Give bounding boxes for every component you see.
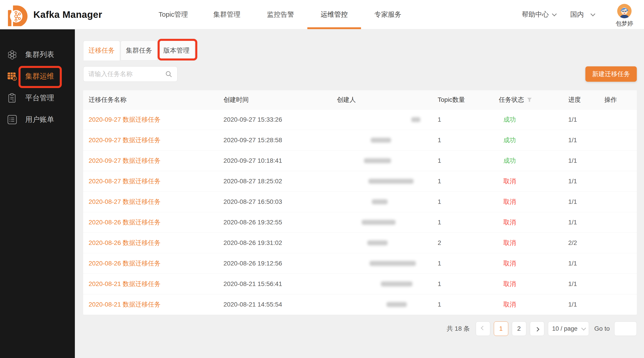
col-task-status-label: 任务状态 [499, 96, 524, 104]
col-task-name: 迁移任务名称 [83, 90, 218, 109]
region-selector[interactable]: 国内 [570, 10, 594, 19]
creator-cell [332, 150, 432, 171]
topbar-right: 帮助中心 国内 [522, 2, 633, 28]
task-search-box[interactable] [83, 66, 178, 82]
redacted-creator [372, 199, 388, 204]
redacted-creator [371, 138, 391, 143]
task-name-link[interactable]: 2020-08-26 数据迁移任务 [88, 219, 160, 226]
created-time-cell: 2020-08-26 19:31:02 [218, 232, 332, 253]
table-row: 2020-08-27 数据迁移任务 2020-08-27 16:50:03 1 … [83, 191, 637, 212]
operations-cell [599, 171, 637, 191]
status-badge: 成功 [503, 116, 516, 123]
tab-cluster-tasks[interactable]: 集群任务 [121, 41, 158, 61]
operations-cell [599, 232, 637, 253]
created-time-cell: 2020-09-27 15:28:58 [218, 130, 332, 150]
task-name-link[interactable]: 2020-08-21 数据迁移任务 [88, 301, 160, 308]
creator-cell [332, 212, 432, 232]
pagination: 共 18 条 1 2 10 / page Go to [83, 321, 637, 336]
status-cell: 取消 [493, 171, 563, 191]
redacted-creator [411, 117, 420, 122]
operations-cell [599, 253, 637, 274]
task-name-link[interactable]: 2020-09-27 数据迁移任务 [88, 157, 160, 164]
clipboard-icon [7, 93, 17, 103]
table-row: 2020-09-27 数据迁移任务 2020-09-27 15:33:26 1 … [83, 109, 637, 130]
topic-count-cell: 1 [432, 191, 493, 212]
next-page-button[interactable] [530, 321, 544, 336]
svg-text:$: $ [14, 77, 15, 80]
table-row: 2020-09-27 数据迁移任务 2020-09-27 15:28:58 1 … [83, 130, 637, 150]
topic-count-cell: 1 [432, 294, 493, 315]
created-time-cell: 2020-08-26 19:12:56 [218, 253, 332, 274]
operations-cell [599, 191, 637, 212]
redacted-creator [368, 179, 414, 184]
task-name-link[interactable]: 2020-08-27 数据迁移任务 [88, 178, 160, 185]
table-header: 迁移任务名称 创建时间 创建人 Topic数量 任务状态 [83, 90, 637, 109]
tab-version-management[interactable]: 版本管理 [158, 41, 195, 61]
col-topic-count: Topic数量 [432, 90, 493, 109]
chevron-down-icon [581, 326, 586, 330]
progress-cell: 1/1 [563, 253, 599, 274]
task-name-link[interactable]: 2020-08-26 数据迁移任务 [88, 260, 160, 267]
progress-cell: 1/1 [563, 212, 599, 232]
nav-expert-service[interactable]: 专家服务 [361, 0, 415, 29]
topic-count-cell: 2 [432, 232, 493, 253]
filter-row: 新建迁移任务 [83, 66, 637, 82]
goto-page-input[interactable] [614, 321, 637, 336]
progress-cell: 1/1 [563, 109, 599, 130]
chevron-left-icon [481, 326, 485, 330]
search-icon[interactable] [165, 71, 172, 78]
nav-topic-management[interactable]: Topic管理 [146, 0, 200, 29]
sidebar-item-user-bills[interactable]: 用户账单 [0, 109, 75, 131]
main-nav: Topic管理 集群管理 监控告警 运维管控 专家服务 [146, 0, 415, 29]
task-name-link[interactable]: 2020-08-21 数据迁移任务 [88, 280, 160, 287]
table-row: 2020-08-26 数据迁移任务 2020-08-26 19:31:02 2 … [83, 232, 637, 253]
task-name-link[interactable]: 2020-09-27 数据迁移任务 [88, 116, 160, 123]
status-cell: 取消 [493, 212, 563, 232]
progress-cell: 1/1 [563, 171, 599, 191]
filter-funnel-icon[interactable] [527, 98, 532, 102]
sidebar-item-platform-management[interactable]: 平台管理 [0, 87, 75, 109]
table-row: 2020-08-21 数据迁移任务 2020-08-21 15:56:41 1 … [83, 274, 637, 294]
status-badge: 成功 [503, 157, 516, 164]
task-name-link[interactable]: 2020-08-26 数据迁移任务 [88, 239, 160, 246]
created-time-cell: 2020-08-21 14:55:54 [218, 294, 332, 315]
billing-table-icon: $ [7, 71, 17, 82]
topic-count-cell: 1 [432, 150, 493, 171]
chevron-down-icon [590, 12, 595, 16]
user-menu[interactable]: 包梦婷 [616, 4, 633, 28]
table-row: 2020-08-26 数据迁移任务 2020-08-26 19:12:56 1 … [83, 253, 637, 274]
kafka-manager-logo-icon [6, 3, 28, 26]
status-badge: 取消 [503, 301, 516, 308]
task-name-link[interactable]: 2020-08-27 数据迁移任务 [88, 198, 160, 205]
nav-cluster-management[interactable]: 集群管理 [200, 0, 254, 29]
topic-count-cell: 1 [432, 130, 493, 150]
new-migration-task-button[interactable]: 新建迁移任务 [585, 66, 637, 82]
status-cell: 取消 [493, 232, 563, 253]
sidebar-item-cluster-list[interactable]: 集群列表 [0, 44, 75, 66]
redacted-creator [362, 220, 396, 225]
page-button-2[interactable]: 2 [512, 321, 526, 336]
prev-page-button[interactable] [476, 321, 490, 336]
topic-count-cell: 1 [432, 274, 493, 294]
redacted-creator [367, 240, 388, 245]
page-size-select[interactable]: 10 / page [548, 321, 589, 336]
topic-count-cell: 1 [432, 171, 493, 191]
status-cell: 取消 [493, 274, 563, 294]
sidebar-item-cluster-ops[interactable]: $ 集群运维 [0, 66, 75, 87]
creator-cell [332, 130, 432, 150]
task-name-link[interactable]: 2020-09-27 数据迁移任务 [88, 137, 160, 144]
sidebar-item-label: 集群列表 [25, 50, 54, 60]
status-badge: 取消 [503, 280, 516, 287]
status-badge: 取消 [503, 178, 516, 185]
created-time-cell: 2020-08-27 18:25:02 [218, 171, 332, 191]
nav-monitoring-alerts[interactable]: 监控告警 [254, 0, 307, 29]
task-search-input[interactable] [88, 71, 165, 78]
help-center-menu[interactable]: 帮助中心 [522, 10, 556, 19]
nav-ops-control[interactable]: 运维管控 [307, 0, 361, 29]
migration-task-table: 迁移任务名称 创建时间 创建人 Topic数量 任务状态 [83, 90, 637, 315]
page-button-1[interactable]: 1 [494, 321, 508, 336]
redacted-creator [370, 261, 416, 266]
operations-cell [599, 109, 637, 130]
bill-list-icon [7, 114, 17, 125]
tab-migration-tasks[interactable]: 迁移任务 [83, 41, 120, 61]
